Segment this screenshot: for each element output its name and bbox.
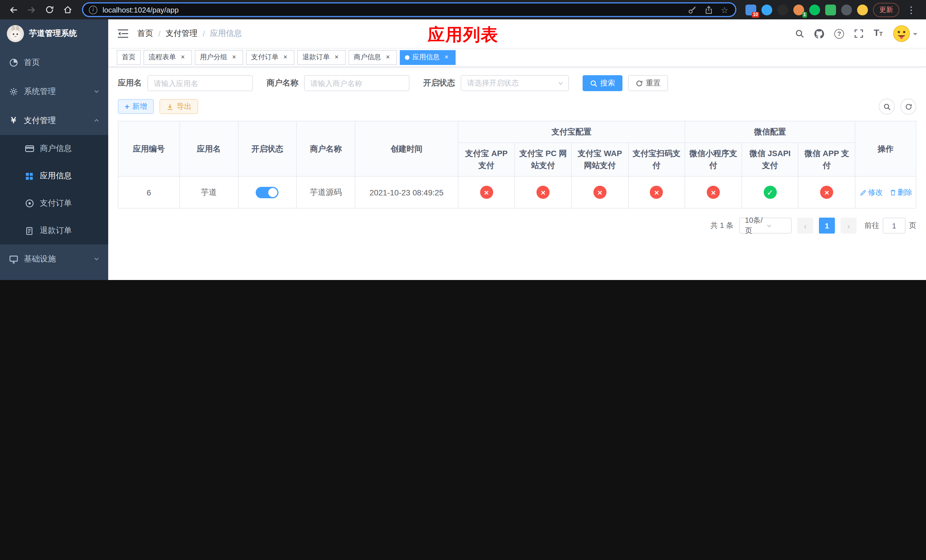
breadcrumb-payment[interactable]: 支付管理 <box>166 29 198 39</box>
refresh-table-button[interactable] <box>900 98 916 115</box>
status-select[interactable]: 请选择开启状态 <box>461 75 569 91</box>
github-icon[interactable] <box>814 29 824 38</box>
col-created: 创建时间 <box>355 121 458 176</box>
col-wechat-jsapi: 微信 JSAPI 支付 <box>742 143 799 176</box>
chevron-up-icon <box>94 117 100 124</box>
col-app-name: 应用名 <box>180 121 238 176</box>
search-button[interactable]: 搜索 <box>583 75 622 91</box>
breadcrumb-separator: / <box>203 29 205 38</box>
font-size-icon[interactable]: TT <box>874 29 883 39</box>
wechat-jsapi-status-icon: ✓ <box>763 186 776 199</box>
sidebar-item-payment[interactable]: ￥ 支付管理 <box>0 106 108 135</box>
breadcrumb: 首页 / 支付管理 / 应用信息 <box>137 29 242 39</box>
tab-pay-order[interactable]: 支付订单× <box>246 50 294 65</box>
sidebar: 芋道管理系统 首页 系统管理 ￥ 支付管理 <box>0 20 108 280</box>
password-key-icon[interactable] <box>688 5 696 14</box>
address-bar[interactable]: i localhost:1024/pay/app ☆ <box>82 2 736 17</box>
tab-app-info[interactable]: 应用信息× <box>400 50 455 65</box>
tab-merchant-info[interactable]: 商户信息× <box>348 50 397 65</box>
app-logo[interactable]: 芋道管理系统 <box>0 20 108 48</box>
delete-button[interactable]: 删除 <box>890 187 912 197</box>
export-button[interactable]: 导出 <box>159 99 198 114</box>
chevron-down-icon <box>94 256 100 262</box>
tab-close-icon[interactable]: × <box>281 53 289 61</box>
chevron-down-icon <box>766 222 787 229</box>
col-status: 开启状态 <box>238 121 297 176</box>
wechat-mini-status-icon: × <box>707 186 720 199</box>
profile-extension-icon[interactable]: 1 <box>793 4 804 15</box>
back-icon[interactable] <box>6 2 21 17</box>
tab-close-icon[interactable]: × <box>442 53 451 61</box>
reset-button[interactable]: 重置 <box>628 75 668 91</box>
tab-user-group[interactable]: 用户分组× <box>195 50 243 65</box>
chevron-down-icon <box>558 80 564 86</box>
sidebar-item-home[interactable]: 首页 <box>0 48 108 77</box>
cell-merchant: 芋道源码 <box>297 176 355 208</box>
sidebar-item-system[interactable]: 系统管理 <box>0 77 108 106</box>
status-toggle[interactable] <box>256 186 279 198</box>
tab-process-form[interactable]: 流程表单× <box>144 50 192 65</box>
extension-icon-7[interactable] <box>841 4 852 15</box>
tags-view: 首页 流程表单× 用户分组× 支付订单× 退款订单× 商户信息× 应用信息× <box>108 48 926 67</box>
app-title: 芋道管理系统 <box>29 29 77 39</box>
breadcrumb-home[interactable]: 首页 <box>137 29 153 39</box>
goto-page-input[interactable] <box>883 218 905 233</box>
cell-created: 2021-10-23 08:49:25 <box>355 176 458 208</box>
reload-icon[interactable] <box>42 2 57 17</box>
tab-close-icon[interactable]: × <box>333 53 340 61</box>
page-title: 应用列表 <box>428 23 498 47</box>
refund-doc-icon <box>24 227 34 235</box>
tab-close-icon[interactable]: × <box>230 53 238 61</box>
sidebar-item-devtools[interactable]: 研发工具 <box>0 274 108 280</box>
site-info-icon[interactable]: i <box>89 5 97 14</box>
cell-app-name: 芋道 <box>180 176 238 208</box>
help-icon[interactable]: ? <box>834 29 844 38</box>
browser-update-button[interactable]: 更新 <box>873 3 899 17</box>
emoji-extension-icon[interactable] <box>857 4 868 15</box>
app-name-label: 应用名 <box>118 78 142 88</box>
fullscreen-icon[interactable] <box>854 29 863 38</box>
sidebar-item-app-info[interactable]: 应用信息 <box>0 162 108 190</box>
page-content: 应用名 商户名称 开启状态 请选择开启状态 <box>108 67 926 280</box>
home-icon[interactable] <box>61 2 75 17</box>
forward-icon[interactable] <box>24 2 39 17</box>
breadcrumb-separator: / <box>158 29 160 38</box>
pagination: 共 1 条 10条/页 ‹ 1 › 前往 页 <box>118 218 916 233</box>
sidebar-item-pay-order[interactable]: 支付订单 <box>0 190 108 217</box>
sidebar-toggle-icon[interactable] <box>117 29 133 38</box>
extension-icon-1[interactable]: 10 <box>746 4 756 15</box>
sidebar-item-merchant-info[interactable]: 商户信息 <box>0 135 108 162</box>
tab-close-icon[interactable]: × <box>179 53 187 61</box>
prev-page-button[interactable]: ‹ <box>797 218 813 233</box>
extension-icon-2[interactable] <box>761 4 772 15</box>
extension-icon-5[interactable] <box>809 4 820 15</box>
extension-icon-3[interactable] <box>777 4 788 15</box>
browser-menu-icon[interactable]: ⋮ <box>904 4 918 15</box>
merchant-name-label: 商户名称 <box>266 78 298 88</box>
toggle-search-button[interactable] <box>879 98 895 115</box>
app-name-input[interactable] <box>147 75 253 91</box>
next-page-button[interactable]: › <box>841 218 856 233</box>
page-size-select[interactable]: 10条/页 <box>739 218 791 233</box>
extension-icon-6[interactable] <box>825 4 836 15</box>
edit-button[interactable]: 修改 <box>860 187 883 197</box>
tab-home[interactable]: 首页 <box>117 50 141 65</box>
tab-refund-order[interactable]: 退款订单× <box>297 50 346 65</box>
tab-close-icon[interactable]: × <box>384 53 392 61</box>
share-icon[interactable] <box>704 5 713 14</box>
top-navbar: 首页 / 支付管理 / 应用信息 ? <box>108 20 926 48</box>
merchant-name-input[interactable] <box>304 75 410 91</box>
add-button[interactable]: + 新增 <box>118 99 154 114</box>
page-number-1[interactable]: 1 <box>819 218 835 233</box>
app-grid-icon <box>24 172 34 180</box>
user-avatar[interactable] <box>893 25 917 42</box>
search-icon[interactable] <box>795 29 804 38</box>
url-text[interactable]: localhost:1024/pay/app <box>103 5 179 14</box>
bookmark-star-icon[interactable]: ☆ <box>721 5 728 14</box>
status-label: 开启状态 <box>423 78 455 88</box>
table-row: 6 芋道 芋道源码 2021-10-23 08:49:25 × × × × × <box>118 176 916 208</box>
col-app-id: 应用编号 <box>118 121 180 176</box>
toggle-knob <box>268 188 278 197</box>
sidebar-item-infrastructure[interactable]: 基础设施 <box>0 244 108 274</box>
sidebar-item-refund-order[interactable]: 退款订单 <box>0 217 108 244</box>
